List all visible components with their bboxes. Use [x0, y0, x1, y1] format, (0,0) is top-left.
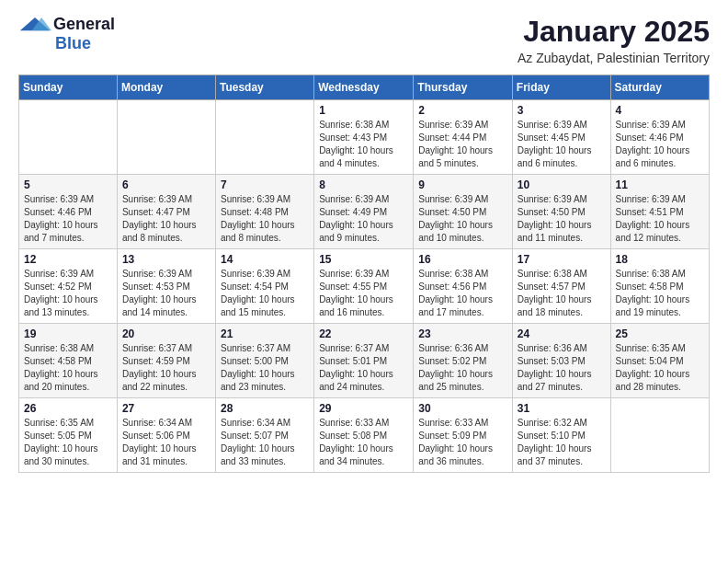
- logo: General Blue: [18, 15, 115, 53]
- cell-info: Sunrise: 6:39 AMSunset: 4:50 PMDaylight:…: [418, 193, 507, 245]
- cell-date: 12: [24, 253, 112, 266]
- cell-info: Sunrise: 6:34 AMSunset: 5:07 PMDaylight:…: [221, 417, 309, 468]
- cell-date: 26: [24, 402, 112, 415]
- calendar-cell: 19Sunrise: 6:38 AMSunset: 4:58 PMDayligh…: [19, 324, 118, 398]
- calendar-cell: 9Sunrise: 6:39 AMSunset: 4:50 PMDaylight…: [414, 175, 513, 249]
- cell-info: Sunrise: 6:39 AMSunset: 4:54 PMDaylight:…: [221, 268, 309, 319]
- cell-date: 17: [518, 253, 606, 266]
- cell-info: Sunrise: 6:39 AMSunset: 4:50 PMDaylight:…: [518, 193, 606, 245]
- calendar-week-4: 19Sunrise: 6:38 AMSunset: 4:58 PMDayligh…: [19, 324, 710, 398]
- calendar-cell: 27Sunrise: 6:34 AMSunset: 5:06 PMDayligh…: [117, 398, 215, 473]
- calendar-cell: 29Sunrise: 6:33 AMSunset: 5:08 PMDayligh…: [314, 398, 414, 473]
- calendar-cell: 20Sunrise: 6:37 AMSunset: 4:59 PMDayligh…: [117, 324, 215, 398]
- cell-date: 15: [319, 253, 408, 266]
- cell-info: Sunrise: 6:39 AMSunset: 4:51 PMDaylight:…: [616, 193, 704, 245]
- cell-date: 8: [319, 178, 408, 191]
- calendar-table: SundayMondayTuesdayWednesdayThursdayFrid…: [18, 75, 710, 473]
- calendar-cell: 4Sunrise: 6:39 AMSunset: 4:46 PMDaylight…: [610, 100, 709, 175]
- cell-info: Sunrise: 6:38 AMSunset: 4:56 PMDaylight:…: [418, 268, 507, 319]
- calendar-cell: 8Sunrise: 6:39 AMSunset: 4:49 PMDaylight…: [314, 175, 414, 249]
- calendar-cell: 13Sunrise: 6:39 AMSunset: 4:53 PMDayligh…: [117, 249, 215, 324]
- calendar-cell: 5Sunrise: 6:39 AMSunset: 4:46 PMDaylight…: [19, 175, 118, 249]
- calendar-subtitle: Az Zubaydat, Palestinian Territory: [518, 51, 710, 65]
- logo-icon: [18, 16, 51, 34]
- header: General Blue January 2025 Az Zubaydat, P…: [18, 15, 710, 65]
- cell-date: 5: [24, 178, 112, 191]
- cell-info: Sunrise: 6:36 AMSunset: 5:03 PMDaylight:…: [518, 342, 606, 394]
- cell-info: Sunrise: 6:38 AMSunset: 4:58 PMDaylight:…: [24, 342, 112, 394]
- cell-info: Sunrise: 6:35 AMSunset: 5:05 PMDaylight:…: [24, 417, 112, 468]
- calendar-cell: 22Sunrise: 6:37 AMSunset: 5:01 PMDayligh…: [314, 324, 414, 398]
- cell-date: 11: [616, 178, 704, 191]
- cell-info: Sunrise: 6:39 AMSunset: 4:48 PMDaylight:…: [221, 193, 309, 245]
- calendar-cell: 14Sunrise: 6:39 AMSunset: 4:54 PMDayligh…: [215, 249, 313, 324]
- cell-date: 28: [221, 402, 309, 415]
- cell-date: 18: [616, 253, 704, 266]
- cell-info: Sunrise: 6:39 AMSunset: 4:47 PMDaylight:…: [122, 193, 210, 245]
- cell-info: Sunrise: 6:39 AMSunset: 4:45 PMDaylight:…: [518, 119, 606, 170]
- cell-date: 4: [616, 104, 704, 117]
- cell-date: 20: [122, 327, 210, 340]
- calendar-cell: 24Sunrise: 6:36 AMSunset: 5:03 PMDayligh…: [512, 324, 610, 398]
- calendar-cell: 6Sunrise: 6:39 AMSunset: 4:47 PMDaylight…: [117, 175, 215, 249]
- cell-date: 2: [418, 104, 507, 117]
- calendar-cell: [19, 100, 118, 175]
- cell-info: Sunrise: 6:39 AMSunset: 4:53 PMDaylight:…: [122, 268, 210, 319]
- calendar-cell: 16Sunrise: 6:38 AMSunset: 4:56 PMDayligh…: [414, 249, 513, 324]
- cell-info: Sunrise: 6:38 AMSunset: 4:57 PMDaylight:…: [518, 268, 606, 319]
- logo-general-text: General: [53, 15, 115, 34]
- cell-info: Sunrise: 6:39 AMSunset: 4:55 PMDaylight:…: [319, 268, 408, 319]
- cell-date: 24: [518, 327, 606, 340]
- cell-date: 16: [418, 253, 507, 266]
- cell-date: 9: [418, 178, 507, 191]
- calendar-cell: 1Sunrise: 6:38 AMSunset: 4:43 PMDaylight…: [314, 100, 414, 175]
- cell-date: 13: [122, 253, 210, 266]
- calendar-cell: 7Sunrise: 6:39 AMSunset: 4:48 PMDaylight…: [215, 175, 313, 249]
- day-header-sunday: Sunday: [19, 75, 118, 100]
- cell-date: 3: [518, 104, 606, 117]
- cell-info: Sunrise: 6:33 AMSunset: 5:08 PMDaylight:…: [319, 417, 408, 468]
- calendar-cell: 25Sunrise: 6:35 AMSunset: 5:04 PMDayligh…: [610, 324, 709, 398]
- cell-info: Sunrise: 6:39 AMSunset: 4:49 PMDaylight:…: [319, 193, 408, 245]
- calendar-cell: 30Sunrise: 6:33 AMSunset: 5:09 PMDayligh…: [414, 398, 513, 473]
- cell-date: 22: [319, 327, 408, 340]
- cell-date: 1: [319, 104, 408, 117]
- calendar-cell: [215, 100, 313, 175]
- day-header-tuesday: Tuesday: [215, 75, 313, 100]
- calendar-cell: 17Sunrise: 6:38 AMSunset: 4:57 PMDayligh…: [512, 249, 610, 324]
- calendar-week-1: 1Sunrise: 6:38 AMSunset: 4:43 PMDaylight…: [19, 100, 710, 175]
- calendar-cell: 28Sunrise: 6:34 AMSunset: 5:07 PMDayligh…: [215, 398, 313, 473]
- title-area: January 2025 Az Zubaydat, Palestinian Te…: [518, 15, 710, 65]
- calendar-cell: [117, 100, 215, 175]
- cell-info: Sunrise: 6:39 AMSunset: 4:46 PMDaylight:…: [616, 119, 704, 170]
- calendar-cell: 18Sunrise: 6:38 AMSunset: 4:58 PMDayligh…: [610, 249, 709, 324]
- calendar-header-row: SundayMondayTuesdayWednesdayThursdayFrid…: [19, 75, 710, 100]
- cell-date: 27: [122, 402, 210, 415]
- calendar-week-2: 5Sunrise: 6:39 AMSunset: 4:46 PMDaylight…: [19, 175, 710, 249]
- calendar-cell: 15Sunrise: 6:39 AMSunset: 4:55 PMDayligh…: [314, 249, 414, 324]
- calendar-week-5: 26Sunrise: 6:35 AMSunset: 5:05 PMDayligh…: [19, 398, 710, 473]
- cell-date: 14: [221, 253, 309, 266]
- cell-date: 6: [122, 178, 210, 191]
- cell-info: Sunrise: 6:38 AMSunset: 4:58 PMDaylight:…: [616, 268, 704, 319]
- cell-info: Sunrise: 6:37 AMSunset: 4:59 PMDaylight:…: [122, 342, 210, 394]
- cell-info: Sunrise: 6:35 AMSunset: 5:04 PMDaylight:…: [616, 342, 704, 394]
- day-header-saturday: Saturday: [610, 75, 709, 100]
- cell-date: 29: [319, 402, 408, 415]
- cell-info: Sunrise: 6:39 AMSunset: 4:46 PMDaylight:…: [24, 193, 112, 245]
- cell-date: 31: [518, 402, 606, 415]
- cell-date: 19: [24, 327, 112, 340]
- calendar-cell: 21Sunrise: 6:37 AMSunset: 5:00 PMDayligh…: [215, 324, 313, 398]
- cell-info: Sunrise: 6:36 AMSunset: 5:02 PMDaylight:…: [418, 342, 507, 394]
- calendar-title: January 2025: [518, 15, 710, 49]
- calendar-cell: 31Sunrise: 6:32 AMSunset: 5:10 PMDayligh…: [512, 398, 610, 473]
- cell-info: Sunrise: 6:34 AMSunset: 5:06 PMDaylight:…: [122, 417, 210, 468]
- calendar-cell: 23Sunrise: 6:36 AMSunset: 5:02 PMDayligh…: [414, 324, 513, 398]
- cell-date: 23: [418, 327, 507, 340]
- calendar-cell: 26Sunrise: 6:35 AMSunset: 5:05 PMDayligh…: [19, 398, 118, 473]
- cell-info: Sunrise: 6:38 AMSunset: 4:43 PMDaylight:…: [319, 119, 408, 170]
- day-header-friday: Friday: [512, 75, 610, 100]
- calendar-cell: 10Sunrise: 6:39 AMSunset: 4:50 PMDayligh…: [512, 175, 610, 249]
- cell-info: Sunrise: 6:32 AMSunset: 5:10 PMDaylight:…: [518, 417, 606, 468]
- day-header-thursday: Thursday: [414, 75, 513, 100]
